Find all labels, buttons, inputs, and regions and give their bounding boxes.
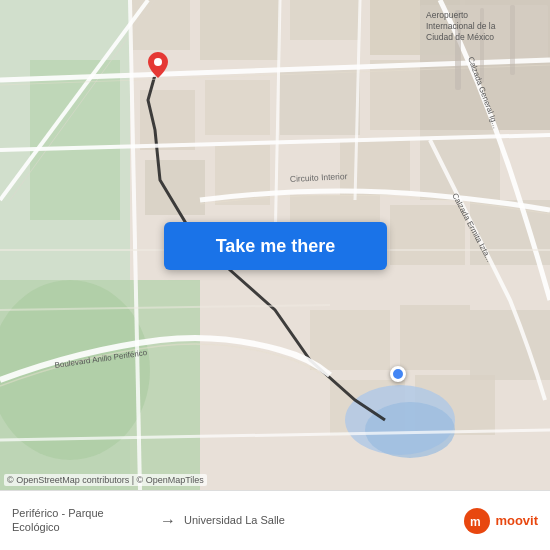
svg-rect-25	[470, 310, 550, 380]
moovit-icon: m	[463, 507, 491, 535]
svg-rect-14	[280, 70, 360, 135]
destination-pin	[148, 52, 168, 78]
svg-rect-13	[205, 80, 270, 135]
route-info: Periférico - Parque Ecológico → Universi…	[12, 507, 463, 533]
svg-rect-5	[130, 0, 190, 50]
map-attribution: © OpenStreetMap contributors | © OpenMap…	[4, 474, 207, 486]
take-me-there-button[interactable]: Take me there	[164, 222, 387, 270]
route-to-label: Universidad La Salle	[184, 514, 285, 527]
moovit-logo: m moovit	[463, 507, 538, 535]
svg-rect-18	[340, 140, 410, 195]
svg-text:m: m	[470, 515, 481, 529]
svg-rect-23	[310, 310, 390, 370]
svg-rect-7	[290, 0, 360, 40]
origin-dot	[390, 366, 406, 382]
route-from-label: Periférico - Parque Ecológico	[12, 507, 152, 533]
svg-rect-24	[400, 305, 470, 370]
map-container: Aeropuerto Internacional de la Ciudad de…	[0, 0, 550, 490]
svg-text:Internacional de la: Internacional de la	[426, 21, 496, 31]
svg-text:Aeropuerto: Aeropuerto	[426, 10, 468, 20]
svg-rect-6	[200, 0, 280, 60]
svg-text:Ciudad de México: Ciudad de México	[426, 32, 494, 42]
svg-point-29	[365, 402, 455, 458]
route-arrow-icon: →	[160, 512, 176, 530]
moovit-text: moovit	[495, 513, 538, 528]
svg-rect-21	[390, 205, 465, 265]
svg-rect-43	[510, 5, 515, 75]
bottom-bar: Periférico - Parque Ecológico → Universi…	[0, 490, 550, 550]
svg-point-51	[154, 58, 162, 66]
